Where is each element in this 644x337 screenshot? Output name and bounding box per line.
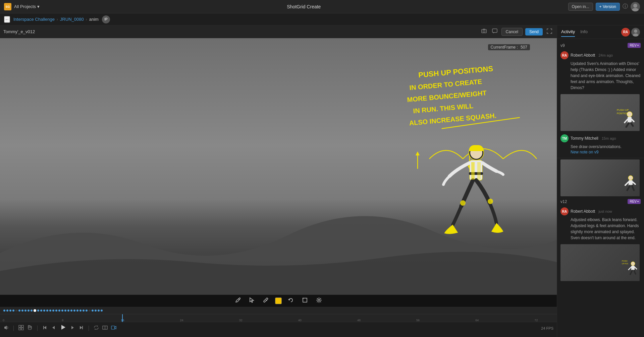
volume-button[interactable] xyxy=(3,325,9,331)
info-button[interactable]: ⓘ xyxy=(623,3,628,10)
user-avatar-top[interactable] xyxy=(631,2,640,11)
rev-badge[interactable]: REV ▾ xyxy=(628,43,641,48)
version-number-v12: v12 xyxy=(560,199,567,204)
timeline-dot[interactable] xyxy=(79,310,82,312)
timeline-dot[interactable] xyxy=(3,310,5,312)
timeline-dot[interactable] xyxy=(95,310,97,312)
timeline-dot[interactable] xyxy=(18,310,20,312)
back-button[interactable]: ← xyxy=(4,16,10,23)
timeline-dot[interactable] xyxy=(31,310,33,312)
frame-number: 507 xyxy=(521,45,527,50)
timeline-dot[interactable] xyxy=(37,310,39,312)
timeline-dot[interactable] xyxy=(24,310,26,312)
activity-header-ra2: RA Robert Abbott just now xyxy=(560,207,641,215)
frame-label: CurrentFrame : xyxy=(491,45,518,50)
pen-tool-button[interactable] xyxy=(233,296,243,306)
cancel-button[interactable]: Cancel xyxy=(501,28,523,36)
timeline-dot[interactable] xyxy=(58,310,60,312)
svg-rect-4 xyxy=(483,29,485,29)
select-tool-button[interactable] xyxy=(247,296,257,306)
pan-button[interactable] xyxy=(27,325,33,331)
timeline-dot[interactable] xyxy=(86,310,88,312)
tab-activity[interactable]: Activity xyxy=(561,27,575,37)
user-name-tm: Tommy Mitchell xyxy=(571,136,598,141)
timeline-dot[interactable] xyxy=(9,310,11,312)
user-avatar-activity: RA xyxy=(621,28,630,37)
next-frame-button[interactable] xyxy=(70,325,75,331)
timeline-dot[interactable] xyxy=(70,310,72,312)
timeline-dot[interactable] xyxy=(67,310,69,312)
timeline-dot[interactable] xyxy=(40,310,42,312)
timeline-dot[interactable] xyxy=(21,310,23,312)
version-button[interactable]: + Version xyxy=(596,3,620,11)
timeline-ruler[interactable]: 0 8 16 24 32 40 xyxy=(0,314,557,322)
timeline-dot[interactable] xyxy=(6,310,8,312)
timeline-dot[interactable] xyxy=(73,310,75,312)
timeline-dot[interactable] xyxy=(49,310,51,312)
color-swatch[interactable] xyxy=(275,297,282,304)
timeline-dot[interactable] xyxy=(55,310,57,312)
activity-entry-ra-1: RA Robert Abbott 24m ago Updated Sven's … xyxy=(557,49,644,93)
svg-marker-35 xyxy=(61,325,65,330)
crop-button[interactable] xyxy=(300,296,310,306)
send-button[interactable]: Send xyxy=(525,28,543,36)
version-row-v12: v12 REV ▾ xyxy=(557,198,644,205)
top-bar: SG All Projects ▾ ShotGrid Create Open i… xyxy=(0,0,644,13)
timeline-dot[interactable] xyxy=(101,310,103,312)
video-mode-button[interactable] xyxy=(111,325,116,331)
new-note-link[interactable]: New note on v9 xyxy=(571,150,641,154)
playhead[interactable] xyxy=(122,314,123,322)
thumbnail-v12[interactable] xyxy=(560,159,640,196)
breadcrumb-shot[interactable]: JRUN_0080 xyxy=(60,17,84,22)
frame-mode-button[interactable] xyxy=(102,325,108,331)
timeline-dot[interactable] xyxy=(89,310,91,312)
fullscreen-button[interactable] xyxy=(545,27,553,36)
project-dropdown-icon: ▾ xyxy=(37,4,40,9)
timeline-dot[interactable] xyxy=(61,310,63,312)
tab-info[interactable]: Info xyxy=(580,27,588,37)
timeline-dot[interactable] xyxy=(43,310,45,312)
timeline-dot[interactable] xyxy=(76,310,78,312)
app-title: ShotGrid Create xyxy=(287,4,321,9)
svg-line-22 xyxy=(238,299,239,300)
play-button[interactable] xyxy=(60,324,66,332)
svg-rect-41 xyxy=(111,326,115,329)
svg-rect-29 xyxy=(21,325,23,327)
timeline-dot[interactable] xyxy=(52,310,54,312)
svg-point-27 xyxy=(318,299,320,301)
thumbnail-v9[interactable]: PUSH UP POSITIONS xyxy=(560,94,640,131)
viewport: CurrentFrame : 507 PUSH UP POSITIONS IN … xyxy=(0,38,557,307)
sequence-button[interactable] xyxy=(18,325,24,331)
settings-tool-button[interactable] xyxy=(314,296,324,306)
eraser-tool-button[interactable] xyxy=(261,296,271,306)
activity-feed: v9 REV ▾ RA Robert Abbott 24m ago Update… xyxy=(557,39,644,337)
timeline-dot[interactable] xyxy=(83,310,85,312)
thumbnail-ra2[interactable]: PUSH UP POS xyxy=(560,244,640,281)
project-selector[interactable]: All Projects ▾ xyxy=(14,4,40,9)
skip-start-button[interactable] xyxy=(42,325,48,331)
rev-badge-v12[interactable]: REV ▾ xyxy=(628,199,641,204)
timeline-dot[interactable] xyxy=(98,310,100,312)
svg-line-56 xyxy=(633,182,635,184)
svg-marker-37 xyxy=(80,326,82,329)
timeline-dot[interactable] xyxy=(12,310,14,312)
undo-button[interactable] xyxy=(286,296,296,306)
comment-button[interactable] xyxy=(491,27,499,36)
user-name-ra2: Robert Abbott xyxy=(571,209,595,214)
timeline-dot[interactable] xyxy=(64,310,66,312)
timeline-dot[interactable] xyxy=(46,310,48,312)
version-row-v9: v9 REV ▾ xyxy=(557,42,644,49)
svg-rect-24 xyxy=(303,298,307,302)
activity-divider xyxy=(557,158,644,158)
screenshot-button[interactable] xyxy=(480,27,488,36)
timeline-dot-active[interactable] xyxy=(34,309,36,312)
timeline-dot[interactable] xyxy=(92,310,94,312)
open-in-button[interactable]: Open in... xyxy=(568,3,593,11)
timeline-dot[interactable] xyxy=(15,310,17,312)
prev-frame-button[interactable] xyxy=(51,325,56,331)
svg-point-44 xyxy=(633,33,638,37)
skip-end-button[interactable] xyxy=(78,325,84,331)
breadcrumb-project[interactable]: Interspace Challenge xyxy=(13,17,55,22)
timeline-dot[interactable] xyxy=(28,310,30,312)
loop-button[interactable] xyxy=(94,325,99,331)
